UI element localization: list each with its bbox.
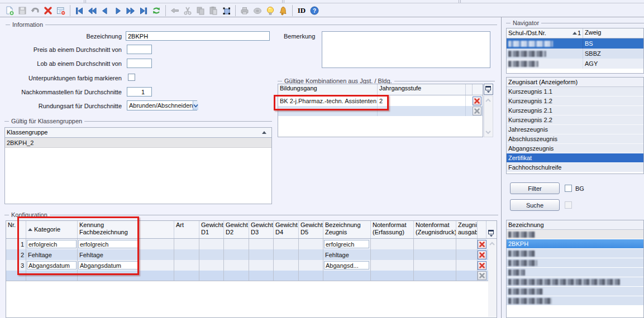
- id-button[interactable]: ID: [295, 4, 308, 17]
- bezeichnung-item-selected[interactable]: 2BKPH: [507, 239, 643, 249]
- back-button[interactable]: [169, 4, 181, 17]
- bezeichnung-zeugnis-cell[interactable]: Fehltage: [323, 249, 371, 260]
- zeugnisart-item-clipped[interactable]: Fachhochschulreife: [507, 163, 643, 172]
- gewicht-d2-cell[interactable]: [224, 249, 249, 260]
- col-kategorie[interactable]: Kategorie: [26, 221, 78, 238]
- help-button[interactable]: ?: [308, 4, 321, 17]
- paste-button[interactable]: [207, 4, 220, 17]
- konfiguration-scrollbar[interactable]: [488, 239, 497, 317]
- kombinationen-column-chooser-button[interactable]: [484, 84, 493, 95]
- jahrgangsstufe-cell[interactable]: 2: [378, 95, 466, 106]
- school-row[interactable]: AGY: [507, 59, 643, 69]
- cut-button[interactable]: [182, 4, 194, 17]
- notenformat-erfassung-cell[interactable]: [371, 239, 414, 249]
- notenformat-erfassung-cell[interactable]: [371, 249, 414, 260]
- copy-button[interactable]: [194, 4, 207, 17]
- notenformat-zeugnisdruck-cell[interactable]: [414, 249, 456, 260]
- zeugnisart-item[interactable]: Kurszeugnis 2.1: [507, 106, 643, 115]
- kombinationen-scrollbar[interactable]: [484, 95, 493, 137]
- zweig-cell[interactable]: SBBZ: [583, 49, 643, 59]
- panel-splitter[interactable]: [501, 17, 502, 318]
- kategorie-cell[interactable]: erfolgreich: [26, 239, 78, 249]
- bezeichnung-item-redacted[interactable]: [507, 277, 643, 287]
- konfiguration-row[interactable]: 1 erfolgreich erfolgreich erfolgreich: [6, 239, 497, 249]
- bezeichnung-zeugnis-value[interactable]: erfolgreich: [324, 240, 369, 248]
- bg-checkbox[interactable]: [565, 185, 572, 192]
- rundungsart-select[interactable]: Abrunden/Abschneiden: [127, 100, 197, 110]
- col-nr[interactable]: Nr.: [6, 221, 26, 238]
- save-button[interactable]: [16, 4, 28, 17]
- konfiguration-column-chooser-button[interactable]: [486, 221, 497, 238]
- col-gewicht-d1[interactable]: Gewicht D1: [199, 221, 224, 238]
- kennung-value[interactable]: erfolgreich: [78, 240, 139, 248]
- kategorie-cell[interactable]: Abgangsdatum: [26, 260, 78, 271]
- scroll-up-icon[interactable]: [485, 98, 491, 103]
- undo-button[interactable]: [29, 4, 41, 17]
- col-gewicht-d2[interactable]: Gewicht D2: [224, 221, 249, 238]
- suche-button[interactable]: Suche: [510, 199, 560, 211]
- klassengruppe-row[interactable]: 2BKPH_2: [5, 138, 271, 148]
- col-schulnr[interactable]: Schul-/Dst.Nr. 1: [507, 28, 583, 38]
- filter-button[interactable]: Filter: [510, 182, 560, 194]
- nachkommastellen-input[interactable]: [127, 87, 152, 97]
- delete-row-button[interactable]: [473, 97, 481, 105]
- col-kennung[interactable]: Kennung Fachbezeichnung: [78, 221, 174, 238]
- col-zeugnisausgabe[interactable]: Zeugnis- ausgabe: [456, 221, 478, 238]
- kennung-cell[interactable]: Fehltage: [78, 249, 174, 260]
- konfiguration-row[interactable]: 3 Abgangsdatum Abgangsdatum Abgangsd...: [6, 260, 497, 271]
- gewicht-d3-cell[interactable]: [249, 260, 274, 271]
- refresh-button[interactable]: [150, 4, 163, 17]
- kategorie-cell[interactable]: Fehltage: [26, 249, 78, 260]
- col-notenformat-erfassung[interactable]: Notenformat (Erfassung): [371, 221, 414, 238]
- hint-button[interactable]: [264, 4, 276, 17]
- gewicht-d5-cell[interactable]: [299, 239, 323, 249]
- print-button[interactable]: [238, 4, 251, 17]
- delete-row-button[interactable]: [478, 261, 486, 270]
- zeugnisausgabe-cell[interactable]: [456, 249, 478, 260]
- kombination-row-empty[interactable]: [278, 106, 483, 116]
- gewicht-d3-cell[interactable]: [249, 249, 274, 260]
- col-bildungsgang[interactable]: Bildungsgang: [278, 84, 378, 95]
- nav-first-button[interactable]: [73, 4, 85, 17]
- delete-row-button[interactable]: [478, 240, 486, 249]
- zeugnisart-item[interactable]: Kurszeugnis 2.2: [507, 115, 643, 125]
- gewicht-d4-cell[interactable]: [274, 249, 299, 260]
- nav-next-button[interactable]: [112, 4, 124, 17]
- bemerkung-textarea[interactable]: [322, 31, 490, 68]
- bezeichnung-zeugnis-cell[interactable]: Abgangsd...: [323, 260, 371, 271]
- gewicht-d1-cell[interactable]: [199, 239, 224, 249]
- zeugnisart-item[interactable]: Kurszeugnis 1.1: [507, 87, 643, 97]
- art-cell[interactable]: [174, 260, 199, 271]
- art-cell[interactable]: [174, 239, 199, 249]
- school-row-selected[interactable]: BS: [507, 38, 643, 49]
- nav-prev-button[interactable]: [99, 4, 111, 17]
- col-bezeichnung-zeugnis[interactable]: Bezeichnung Zeugnis: [323, 221, 371, 238]
- zeugnisart-item[interactable]: Kurszeugnis 1.2: [507, 97, 643, 106]
- transform-selection-button[interactable]: [220, 4, 232, 17]
- gewicht-d2-cell[interactable]: [224, 260, 249, 271]
- zweig-cell[interactable]: AGY: [583, 59, 643, 69]
- nav-next-page-button[interactable]: [125, 4, 137, 17]
- col-notenformat-zeugnisdruck[interactable]: Notenformat (Zeugnisdruck): [414, 221, 456, 238]
- preis-input[interactable]: [127, 45, 152, 54]
- notenformat-zeugnisdruck-cell[interactable]: [414, 239, 456, 249]
- nav-prev-page-button[interactable]: [86, 4, 98, 17]
- zeugnisart-item[interactable]: Abgangszeugnis: [507, 144, 643, 153]
- bildungsgang-cell[interactable]: BK 2-j.Pharmaz.-techn. Assistenten: [278, 95, 378, 106]
- zeugnisausgabe-cell[interactable]: [456, 260, 478, 271]
- kennung-value[interactable]: Abgangsdatum: [78, 261, 139, 269]
- col-gewicht-d3[interactable]: Gewicht D3: [249, 221, 274, 238]
- zweig-cell[interactable]: BS: [583, 38, 643, 49]
- bezeichnung-item-redacted[interactable]: [507, 249, 643, 258]
- bezeichnung-zeugnis-cell[interactable]: erfolgreich: [323, 239, 371, 249]
- zeugnisausgabe-cell[interactable]: [456, 239, 478, 249]
- gewicht-d5-cell[interactable]: [299, 260, 323, 271]
- notification-button[interactable]: [277, 4, 289, 17]
- gewicht-d4-cell[interactable]: [274, 260, 299, 271]
- col-gewicht-d5[interactable]: Gewicht D5: [299, 221, 323, 238]
- art-cell[interactable]: [174, 249, 199, 260]
- konfiguration-row[interactable]: 2 Fehltage Fehltage Fehltage: [6, 249, 497, 260]
- remove-form-button[interactable]: [55, 4, 67, 17]
- bezeichnung-item-redacted[interactable]: [507, 287, 643, 296]
- zeugnisart-item-selected[interactable]: Zertifikat: [507, 153, 643, 163]
